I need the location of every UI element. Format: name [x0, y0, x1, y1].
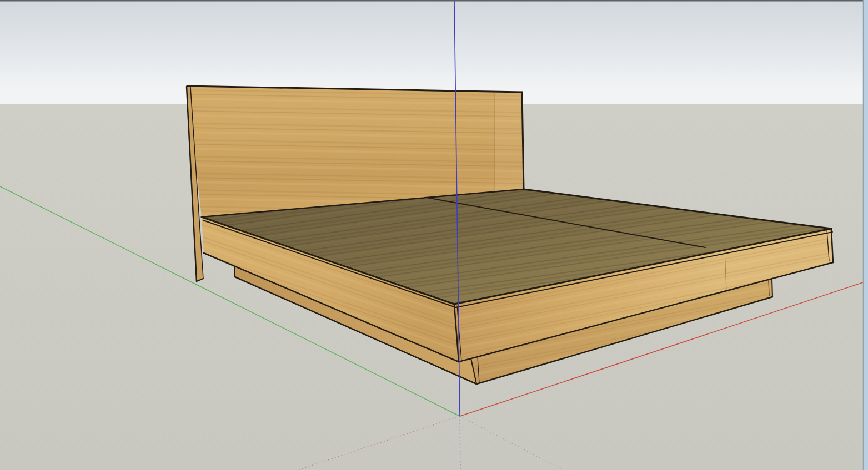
headboard-right-light-patch[interactable] — [495, 91, 524, 191]
window-top-border — [0, 0, 868, 2]
scene-canvas[interactable] — [0, 0, 868, 470]
window-right-border[interactable] — [864, 0, 868, 470]
sky — [0, 0, 868, 104]
3d-viewport[interactable] — [0, 0, 868, 470]
foot-plinth-right-edge — [772, 279, 772, 297]
